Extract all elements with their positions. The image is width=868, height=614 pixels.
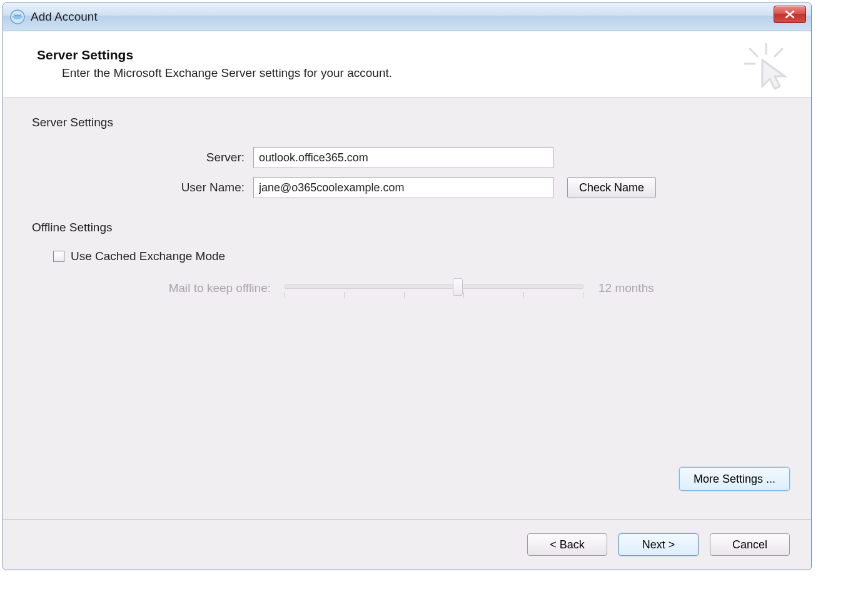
cached-mode-label: Use Cached Exchange Mode xyxy=(71,249,225,263)
server-input[interactable] xyxy=(253,147,553,168)
offline-settings-group: Offline Settings Use Cached Exchange Mod… xyxy=(32,221,786,302)
svg-line-2 xyxy=(750,49,757,56)
next-button[interactable]: Next > xyxy=(618,533,699,556)
wizard-footer: < Back Next > Cancel xyxy=(3,519,811,570)
offline-settings-group-label: Offline Settings xyxy=(32,221,786,234)
cached-mode-row: Use Cached Exchange Mode xyxy=(53,249,786,263)
wizard-body: Server Settings Server: User Name: Check… xyxy=(3,98,811,302)
close-button[interactable] xyxy=(774,6,806,23)
cursor-click-icon xyxy=(744,43,794,93)
cached-mode-checkbox[interactable] xyxy=(53,251,64,262)
mail-offline-slider[interactable] xyxy=(285,274,583,302)
username-row: User Name: Check Name xyxy=(32,177,786,198)
page-title: Server Settings xyxy=(37,48,790,63)
check-name-button[interactable]: Check Name xyxy=(567,177,656,198)
username-input[interactable] xyxy=(253,177,553,198)
server-label: Server: xyxy=(32,151,253,164)
mail-offline-value: 12 months xyxy=(598,281,654,295)
window-title: Add Account xyxy=(31,10,98,24)
svg-line-3 xyxy=(775,49,782,56)
add-account-dialog: Add Account Server Settings Enter the Mi… xyxy=(3,3,812,570)
server-row: Server: xyxy=(32,147,786,168)
mail-offline-label: Mail to keep offline: xyxy=(32,281,285,295)
username-label: User Name: xyxy=(32,181,253,194)
app-icon xyxy=(9,9,26,25)
more-settings-button[interactable]: More Settings ... xyxy=(679,467,790,491)
mail-offline-row: Mail to keep offline: 12 months xyxy=(32,274,786,302)
title-bar: Add Account xyxy=(3,3,811,31)
page-description: Enter the Microsoft Exchange Server sett… xyxy=(62,66,790,80)
cancel-button[interactable]: Cancel xyxy=(710,533,790,556)
wizard-header: Server Settings Enter the Microsoft Exch… xyxy=(3,31,811,98)
server-settings-group-label: Server Settings xyxy=(32,116,786,129)
back-button[interactable]: < Back xyxy=(527,533,607,556)
close-icon xyxy=(784,10,795,19)
